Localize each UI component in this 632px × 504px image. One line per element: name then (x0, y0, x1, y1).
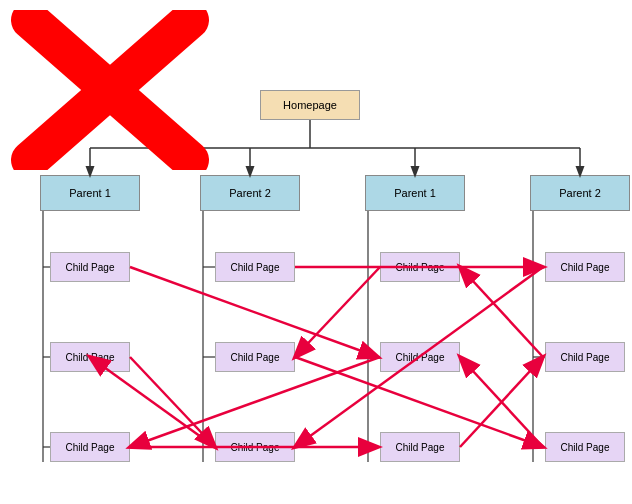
child-box-3-1: Child Page (545, 342, 625, 372)
svg-line-25 (130, 357, 215, 447)
child-box-3-2: Child Page (545, 432, 625, 462)
child-label-2-0: Child Page (396, 262, 445, 273)
child-box-0-1: Child Page (50, 342, 130, 372)
child-label-3-1: Child Page (561, 352, 610, 363)
homepage-label: Homepage (283, 99, 337, 111)
child-box-2-0: Child Page (380, 252, 460, 282)
child-label-1-2: Child Page (231, 442, 280, 453)
parent-label-0: Parent 1 (69, 187, 111, 199)
child-box-1-1: Child Page (215, 342, 295, 372)
parent-label-1: Parent 2 (229, 187, 271, 199)
parent-label-3: Parent 2 (559, 187, 601, 199)
child-label-3-0: Child Page (561, 262, 610, 273)
child-box-2-1: Child Page (380, 342, 460, 372)
child-box-0-0: Child Page (50, 252, 130, 282)
child-label-1-0: Child Page (231, 262, 280, 273)
parent-box-2: Parent 1 (365, 175, 465, 211)
x-mark (10, 10, 210, 170)
svg-line-33 (460, 357, 543, 447)
parent-label-2: Parent 1 (394, 187, 436, 199)
child-label-3-2: Child Page (561, 442, 610, 453)
child-box-2-2: Child Page (380, 432, 460, 462)
parent-box-0: Parent 1 (40, 175, 140, 211)
svg-line-35 (460, 357, 543, 447)
child-box-3-0: Child Page (545, 252, 625, 282)
parent-box-3: Parent 2 (530, 175, 630, 211)
child-label-0-1: Child Page (66, 352, 115, 363)
child-box-1-2: Child Page (215, 432, 295, 462)
child-label-0-2: Child Page (66, 442, 115, 453)
child-box-0-2: Child Page (50, 432, 130, 462)
child-label-1-1: Child Page (231, 352, 280, 363)
parent-box-1: Parent 2 (200, 175, 300, 211)
svg-line-29 (460, 267, 543, 357)
child-label-2-2: Child Page (396, 442, 445, 453)
svg-line-27 (295, 267, 380, 357)
child-label-2-1: Child Page (396, 352, 445, 363)
homepage-box: Homepage (260, 90, 360, 120)
child-label-0-0: Child Page (66, 262, 115, 273)
child-box-1-0: Child Page (215, 252, 295, 282)
